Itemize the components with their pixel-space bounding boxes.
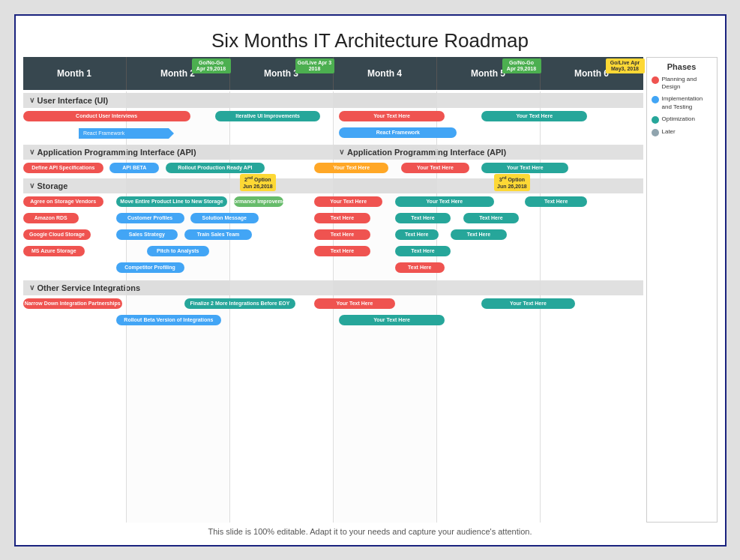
- integrations-header: ∨ Other Service Integrations: [23, 280, 643, 295]
- ui-section-header: ∨ User Interface (UI): [23, 93, 643, 108]
- storage-row-5: Competitor Profiling Text Here: [23, 261, 643, 276]
- api-section-header-right: ∨ Application Programming Interface (API…: [333, 145, 643, 160]
- legend-item-optimization: Optimization: [652, 115, 712, 124]
- legend-dot-optimization: [652, 116, 659, 124]
- storage-row-2: Amazon RDS Customer Profiles Solution Me…: [23, 211, 643, 226]
- bar-amazon-rds: Amazon RDS: [23, 213, 79, 223]
- bar-api-your-text-3: Your Text Here: [481, 163, 568, 173]
- bar-sales-strategy: Sales Strategy: [116, 229, 178, 240]
- bar-storage-your-1: Your Text Here: [314, 196, 382, 207]
- legend-label-optimization: Optimization: [662, 115, 695, 123]
- api-section: ∨ Application Programming Interface (API…: [23, 143, 643, 176]
- footer: This slide is 100% editable. Adapt it to…: [23, 523, 718, 538]
- milestone-6: Go/Live AprMay3, 2018: [606, 58, 645, 74]
- storage-row-3: Google Cloud Storage Sales Strategy Trai…: [23, 228, 643, 243]
- bar-solution-message: Solution Message: [190, 213, 259, 223]
- bar-iterative-ui: Iterative UI Improvements: [215, 111, 321, 121]
- roadmap: Month 1 Month 2 Go/No-GoApr 29,2018 Mont…: [23, 57, 643, 523]
- month-col-2: Month 2 Go/No-GoApr 29,2018: [127, 57, 230, 90]
- milestone-5: Go/No-GoApr 29,2018: [502, 58, 541, 74]
- ui-row-1: Conduct User Interviews Iterative UI Imp…: [23, 109, 643, 124]
- bar-int-your-text-1: Your Text Here: [314, 298, 395, 309]
- bar-customer-profiles: Customer Profiles: [116, 213, 184, 223]
- arrow-bar-1: React Framework: [79, 128, 169, 139]
- integration-row-1: Narrow Down Integration Partnerships Fin…: [23, 297, 643, 312]
- bar-storage-text-8: Text Here: [314, 246, 370, 256]
- integration-row-2: Rollout Beta Version of Integrations You…: [23, 313, 643, 328]
- api-chevron-left[interactable]: ∨: [29, 148, 34, 156]
- bar-agree-vendors: Agree on Storage Vendors: [23, 196, 104, 207]
- option-badge-left: 2nd OptionJun 26,2018: [240, 174, 276, 192]
- bar-storage-text-10: Text Here: [395, 262, 445, 273]
- bar-api-beta: API BETA: [109, 163, 159, 173]
- integrations-section: ∨ Other Service Integrations Narrow Down…: [23, 280, 643, 328]
- bar-narrow-down: Narrow Down Integration Partnerships: [23, 298, 122, 309]
- ui-chevron[interactable]: ∨: [29, 96, 34, 104]
- legend-item-planning: Planning and Design: [652, 76, 712, 91]
- bar-ui-your-text-1: Your Text Here: [339, 111, 445, 121]
- month-col-1: Month 1: [23, 57, 127, 90]
- option-badge-right: 3rd OptionJun 26,2018: [494, 174, 530, 192]
- api-section-title-left: Application Programming Interface (API): [37, 148, 196, 157]
- bar-react-framework-2: React Framework: [339, 127, 457, 138]
- legend-dot-planning: [652, 76, 659, 84]
- ui-row-2: React Framework React Framework: [23, 126, 643, 141]
- ui-section: ∨ User Interface (UI) Conduct User Inter…: [23, 93, 643, 141]
- storage-section-header: ∨ Storage: [23, 178, 643, 193]
- integrations-chevron[interactable]: ∨: [29, 283, 34, 292]
- storage-row-1: Agree on Storage Vendors Move Entire Pro…: [23, 195, 643, 210]
- storage-section: ∨ Storage 2nd OptionJun 26,2018 3rd Opti…: [23, 178, 643, 276]
- bar-storage-text-4: Text Here: [463, 213, 519, 223]
- month-col-6: Month 6 Go/Live AprMay3, 2018: [541, 57, 643, 90]
- legend-label-planning: Planning and Design: [662, 76, 712, 91]
- bar-google-cloud: Google Cloud Storage: [23, 229, 91, 240]
- roadmap-body: ∨ User Interface (UI) Conduct User Inter…: [23, 91, 643, 523]
- bar-rollout-api: Rollout Production Ready API: [166, 163, 265, 173]
- bar-train-sales: Train Sales Team: [184, 229, 253, 240]
- legend-label-implementation: Implementation and Testing: [662, 95, 712, 111]
- bar-ui-your-text-2: Your Text Here: [481, 111, 587, 121]
- month-col-5: Month 5 Go/No-GoApr 29,2018: [437, 57, 541, 90]
- bar-storage-text-7: Text Here: [451, 229, 506, 240]
- bar-ms-azure: MS Azure Storage: [23, 246, 85, 256]
- api-headers: ∨ Application Programming Interface (API…: [23, 143, 643, 161]
- slide: Six Months IT Architecture Roadmap Month…: [14, 14, 727, 547]
- legend-title: Phases: [652, 62, 712, 71]
- bar-performance: Performance Improvements: [234, 196, 283, 207]
- header-row: Month 1 Month 2 Go/No-GoApr 29,2018 Mont…: [23, 57, 643, 90]
- bar-storage-text-1: Text Here: [525, 196, 587, 207]
- legend-label-later: Later: [662, 128, 676, 136]
- slide-title: Six Months IT Architecture Roadmap: [23, 23, 718, 57]
- ui-section-title: User Interface (UI): [37, 96, 109, 105]
- bar-storage-text-6: Text Here: [395, 229, 439, 240]
- bar-api-your-text-2: Your Text Here: [401, 163, 469, 173]
- legend-dot-later: [652, 129, 659, 136]
- bar-move-product: Move Entire Product Line to New Storage: [116, 196, 228, 207]
- bar-storage-text-3: Text Here: [395, 213, 451, 223]
- bar-storage-text-9: Text Here: [395, 246, 451, 256]
- api-section-title-right: Application Programming Interface (API): [347, 148, 506, 157]
- storage-row-4: MS Azure Storage Pitch to Analysts Text …: [23, 244, 643, 259]
- bar-finalize-integrations: Finalize 2 More Integrations Before EOY: [184, 298, 296, 309]
- legend-item-implementation: Implementation and Testing: [652, 95, 712, 111]
- bar-int-your-text-2: Your Text Here: [481, 298, 574, 309]
- bar-int-your-text-3: Your Text Here: [339, 315, 445, 325]
- month-col-4: Month 4: [334, 57, 437, 90]
- bar-define-api: Define API Specifications: [23, 163, 104, 173]
- storage-chevron[interactable]: ∨: [29, 181, 34, 190]
- month-col-3: Month 3 Go/Live Apr 32018: [230, 57, 334, 90]
- integrations-title: Other Service Integrations: [37, 283, 141, 292]
- main-content: Month 1 Month 2 Go/No-GoApr 29,2018 Mont…: [23, 57, 718, 523]
- legend-item-later: Later: [652, 128, 712, 136]
- legend-dot-implementation: [652, 96, 659, 103]
- api-chevron-right[interactable]: ∨: [339, 148, 344, 156]
- bar-rollout-beta: Rollout Beta Version of Integrations: [116, 315, 222, 325]
- milestone-2: Go/No-GoApr 29,2018: [192, 58, 231, 74]
- bar-conduct-user-interviews: Conduct User Interviews: [23, 111, 190, 121]
- api-section-header-left: ∨ Application Programming Interface (API…: [23, 145, 334, 160]
- bar-api-your-text-1: Your Text Here: [314, 163, 388, 173]
- api-row-1: Define API Specifications API BETA Rollo…: [23, 161, 643, 176]
- legend: Phases Planning and Design Implementatio…: [646, 57, 718, 523]
- bar-competitor-profiling: Competitor Profiling: [116, 262, 184, 273]
- bar-storage-text-5: Text Here: [314, 229, 370, 240]
